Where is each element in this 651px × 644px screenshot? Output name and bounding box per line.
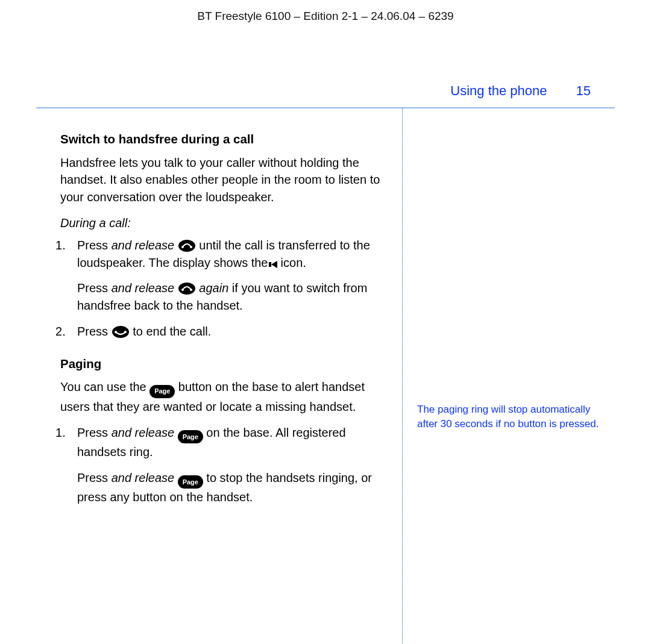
handsfree-steps: Press and release until the call is tran… xyxy=(60,237,382,340)
handsfree-intro: Handsfree lets you talk to your caller w… xyxy=(60,154,382,206)
paging-sidebar-note: The paging ring will stop automatically … xyxy=(417,402,600,431)
paging-steps: Press and release Page on the base. All … xyxy=(60,424,382,507)
doc-header: BT Freestyle 6100 – Edition 2-1 – 24.06.… xyxy=(0,0,651,23)
handsfree-step-1: Press and release until the call is tran… xyxy=(60,237,382,314)
end-call-button-icon xyxy=(112,325,133,338)
page-button-icon: Page xyxy=(178,430,203,443)
svg-point-0 xyxy=(178,240,195,252)
svg-point-3 xyxy=(178,283,195,295)
svg-point-4 xyxy=(181,289,184,291)
heading-paging: Paging xyxy=(60,355,382,373)
side-column: The paging ring will stop automatically … xyxy=(403,108,615,644)
heading-handsfree: Switch to handsfree during a call xyxy=(60,130,382,148)
speaker-icon xyxy=(271,261,277,268)
svg-point-8 xyxy=(124,331,127,333)
main-column: Switch to handsfree during a call Handsf… xyxy=(36,108,403,644)
handsfree-step-2: Press to end the call. xyxy=(60,323,382,340)
handsfree-button-icon xyxy=(178,239,200,252)
section-title: Using the phone xyxy=(450,83,547,99)
page-button-icon: Page xyxy=(149,385,175,398)
during-a-call-subhead: During a call: xyxy=(60,214,382,232)
svg-point-7 xyxy=(115,331,117,333)
page-body: Using the phone 15 Switch to handsfree d… xyxy=(36,83,615,644)
paging-intro: You can use the Page button on the base … xyxy=(60,378,382,415)
handsfree-button-icon xyxy=(178,281,200,295)
page-button-icon: Page xyxy=(178,475,203,489)
svg-point-2 xyxy=(190,246,192,248)
svg-point-5 xyxy=(190,289,192,291)
running-head: Using the phone 15 xyxy=(36,83,615,107)
page-number: 15 xyxy=(576,83,591,99)
svg-point-1 xyxy=(181,246,184,248)
paging-step-1: Press and release Page on the base. All … xyxy=(60,424,382,507)
